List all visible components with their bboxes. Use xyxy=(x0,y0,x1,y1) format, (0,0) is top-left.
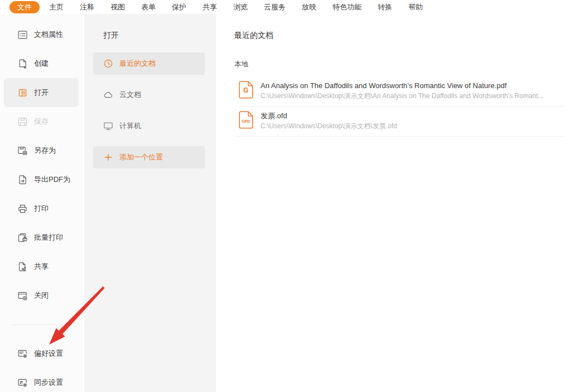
sidebar-item-preferences[interactable]: 偏好设置 xyxy=(0,339,83,368)
save-as-icon xyxy=(17,145,28,157)
plus-icon xyxy=(103,152,114,163)
tab-home[interactable]: 主页 xyxy=(49,2,64,12)
sidebar-divider xyxy=(11,325,71,325)
sidebar-item-export-pdf[interactable]: 导出PDF为 xyxy=(0,165,83,194)
svg-text:OFD: OFD xyxy=(242,119,250,123)
open-icon xyxy=(17,87,28,99)
page-title: 最近的文档 xyxy=(234,31,573,40)
preferences-icon xyxy=(17,348,28,360)
tab-slideshow[interactable]: 放映 xyxy=(302,2,316,12)
tab-form[interactable]: 表单 xyxy=(141,2,156,12)
svg-text:G: G xyxy=(243,86,248,94)
sidebar-item-sync-settings[interactable]: 同步设置 xyxy=(0,368,83,392)
sidebar-item-save[interactable]: 保存 xyxy=(0,107,83,136)
sidebar-item-batch-print[interactable]: 批量打印 xyxy=(0,223,83,252)
tab-file[interactable]: 文件 xyxy=(9,1,40,13)
tab-protect[interactable]: 保护 xyxy=(172,2,186,12)
backstage: 文档属性 创建 打开 保存 另存为 导出PDF为 打印 批量打印 共享 关闭 偏… xyxy=(0,14,573,392)
doc-properties-icon xyxy=(17,29,28,41)
close-doc-icon xyxy=(17,290,28,302)
tab-browse[interactable]: 浏览 xyxy=(233,2,248,12)
file-path: C:\Users\Windows\Desktop\演示文档\发票.ofd xyxy=(261,122,397,130)
pdf-file-icon: G xyxy=(239,81,253,99)
batch-print-icon xyxy=(17,232,28,244)
open-panel-item-cloud-documents[interactable]: 云文档 xyxy=(93,84,205,106)
menubar: 文件 主页注释视图表单保护共享浏览云服务放映特色功能转换帮助 xyxy=(0,0,573,14)
sidebar-item-doc-properties[interactable]: 文档属性 xyxy=(0,20,83,49)
sidebar-list: 文档属性 创建 打开 保存 另存为 导出PDF为 打印 批量打印 共享 关闭 xyxy=(0,20,83,310)
sync-settings-icon xyxy=(17,377,28,389)
save-icon xyxy=(17,116,28,128)
tab-view[interactable]: 视图 xyxy=(110,2,125,12)
open-panel: 打开 最近的文档 云文档 计算机 添加一个位置 xyxy=(84,14,216,392)
sidebar-item-share[interactable]: 共享 xyxy=(0,252,83,281)
sidebar-item-save-as[interactable]: 另存为 xyxy=(0,136,83,165)
sidebar-item-close[interactable]: 关闭 xyxy=(0,281,83,310)
tab-cloud-service[interactable]: 云服务 xyxy=(264,2,286,12)
export-pdf-icon xyxy=(17,174,28,186)
computer-icon xyxy=(103,120,114,132)
create-icon xyxy=(17,58,28,70)
tab-comment[interactable]: 注释 xyxy=(80,2,94,12)
tab-share[interactable]: 共享 xyxy=(203,2,217,12)
clock-icon xyxy=(103,58,114,69)
recent-file-list: G An Analysis on The Daffodils and Words… xyxy=(234,76,565,137)
share-doc-icon xyxy=(17,261,28,273)
sidebar-item-print[interactable]: 打印 xyxy=(0,194,83,223)
tab-help[interactable]: 帮助 xyxy=(408,2,423,12)
sidebar-item-create[interactable]: 创建 xyxy=(0,49,83,78)
recent-file-ofd[interactable]: OFD 发票.ofd C:\Users\Windows\Desktop\演示文档… xyxy=(234,107,565,137)
tab-convert[interactable]: 转换 xyxy=(378,2,392,12)
file-name: 发票.ofd xyxy=(261,111,397,120)
print-icon xyxy=(17,203,28,215)
sidebar: 文档属性 创建 打开 保存 另存为 导出PDF为 打印 批量打印 共享 关闭 偏… xyxy=(0,14,84,392)
open-panel-item-add-location[interactable]: 添加一个位置 xyxy=(93,146,205,168)
sidebar-item-open[interactable]: 打开 xyxy=(4,78,79,107)
ofd-file-icon: OFD xyxy=(239,111,253,129)
file-path: C:\Users\Windows\Desktop\演示文档\An Analysi… xyxy=(261,91,543,100)
section-label-local: 本地 xyxy=(234,60,573,68)
open-panel-title: 打开 xyxy=(103,31,216,40)
recent-file-pdf[interactable]: G An Analysis on The Daffodils and Words… xyxy=(234,76,565,107)
tab-features[interactable]: 特色功能 xyxy=(333,2,362,12)
sidebar-footer-list: 偏好设置 同步设置 xyxy=(0,339,83,392)
file-name: An Analysis on The Daffodils and Wordswo… xyxy=(261,81,543,90)
open-panel-item-computer[interactable]: 计算机 xyxy=(93,115,205,137)
open-panel-item-recent-documents[interactable]: 最近的文档 xyxy=(93,52,205,75)
cloud-icon xyxy=(103,89,114,100)
main-area: 最近的文档 本地 G An Analysis on The Daffodils … xyxy=(216,14,573,392)
open-panel-list: 最近的文档 云文档 计算机 添加一个位置 xyxy=(84,52,216,168)
